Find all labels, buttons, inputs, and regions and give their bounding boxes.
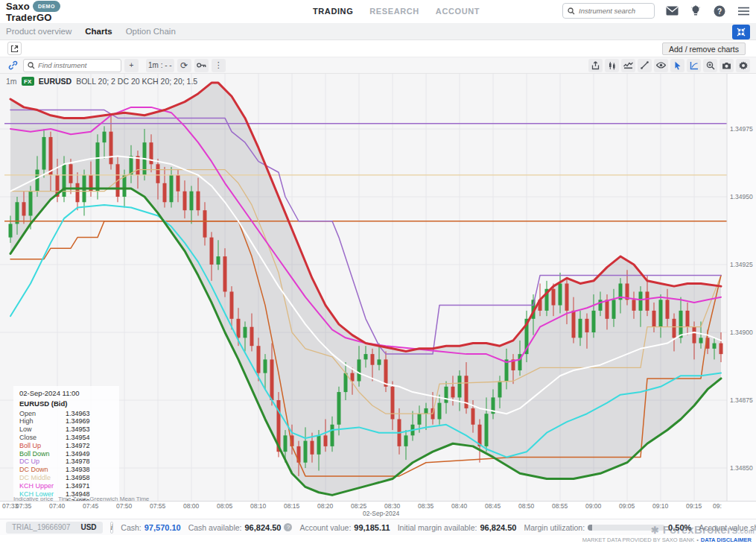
candle <box>270 359 274 400</box>
help-tooltip-icon[interactable]: ? <box>284 523 292 531</box>
ideas-icon[interactable] <box>689 4 702 18</box>
chart-type-icon[interactable] <box>605 59 619 72</box>
crosshair-mode-icon[interactable] <box>687 59 701 72</box>
candle <box>203 210 207 237</box>
pointer-icon[interactable] <box>670 59 684 72</box>
price-axis-label: 1.34900 <box>730 329 753 336</box>
initial-margin-item: Initial margin available: 96,824.50 <box>398 523 517 532</box>
search-icon <box>28 59 35 72</box>
candle <box>639 291 643 310</box>
time-axis-label: 08:20 <box>317 502 333 510</box>
find-instrument-input[interactable] <box>38 61 117 69</box>
top-nav: TRADING RESEARCH ACCOUNT <box>313 7 480 16</box>
share-icon[interactable] <box>588 59 603 72</box>
nav-trading[interactable]: TRADING <box>313 7 353 16</box>
popout-icon[interactable] <box>7 42 22 55</box>
price-chart[interactable]: 1.349751.349501.349251.349001.348751.348… <box>0 74 756 501</box>
chart-legend: 1m FX EURUSD BOLL 20; 2 DC 20 KCH 20; 20… <box>6 77 197 86</box>
more-options-icon[interactable]: ⋮ <box>212 59 226 72</box>
settings-gear-icon[interactable] <box>736 59 750 72</box>
time-axis-label: 08:40 <box>451 502 467 510</box>
time-axis-label: 09:00 <box>585 502 601 510</box>
search-icon <box>568 4 575 18</box>
time-axis-label: 09:15 <box>686 502 702 510</box>
data-disclaimer-link[interactable]: DATA DISCLAIMER <box>701 537 752 543</box>
link-chart-icon[interactable] <box>6 59 20 72</box>
market-data-note: MARKET DATA PROVIDED BY SAXO BANK <box>582 537 694 543</box>
camera-icon[interactable] <box>720 59 734 72</box>
account-selector[interactable]: TRIAL_19666907 USD <box>6 522 103 534</box>
time-axis-label: 07:55 <box>150 502 165 510</box>
time-axis[interactable]: 07:3307:3507:4007:4507:5007:5508:0008:05… <box>0 501 756 510</box>
candle <box>485 414 489 446</box>
margin-utilization-label: Margin utilization: <box>524 523 585 532</box>
mail-icon[interactable] <box>665 4 679 18</box>
zoom-icon[interactable] <box>703 59 717 72</box>
candle <box>63 164 66 197</box>
candle <box>384 359 388 386</box>
candle <box>244 327 247 338</box>
collapse-layout-button[interactable] <box>732 25 750 39</box>
chart-footnote: Indicative price Time Zone: Greenwich Me… <box>13 496 149 501</box>
time-axis-label: 08:30 <box>384 502 400 510</box>
add-remove-charts-button[interactable]: Add / remove charts <box>662 42 746 55</box>
account-info-button[interactable]: i <box>110 522 114 534</box>
candle <box>686 311 690 327</box>
indicators-icon[interactable] <box>621 59 635 72</box>
candle <box>324 435 328 446</box>
account-status-bar: TRIAL_19666907 USD i Cash: 97,570.10 Cas… <box>0 519 756 535</box>
initial-margin-value: 96,824.50 <box>480 523 516 532</box>
candle <box>183 192 187 210</box>
eye-icon[interactable] <box>654 59 668 72</box>
price-axis-label: 1.34950 <box>730 193 753 200</box>
candle <box>451 387 455 398</box>
candle <box>364 354 368 359</box>
candle <box>652 311 656 327</box>
tab-charts[interactable]: Charts <box>85 27 112 36</box>
candle <box>666 300 670 318</box>
info-row: Boll Down1.34949 <box>19 450 113 458</box>
tab-product-overview[interactable]: Product overview <box>6 27 72 36</box>
info-row: DC Up1.34978 <box>19 458 113 466</box>
chart-header-row: Add / remove charts <box>0 40 756 57</box>
candle <box>42 137 46 170</box>
refresh-icon[interactable]: ⟳ <box>177 59 191 72</box>
candle <box>217 256 220 265</box>
candle <box>659 300 663 326</box>
add-instrument-button[interactable]: + <box>124 59 139 72</box>
candle <box>606 300 609 318</box>
tab-option-chain[interactable]: Option Chain <box>126 27 176 36</box>
instrument-search[interactable] <box>562 3 655 19</box>
time-axis-label: 08:55 <box>552 502 568 510</box>
account-value-value: 99,185.11 <box>354 523 390 532</box>
candle <box>284 435 288 452</box>
help-icon[interactable]: ? <box>713 4 726 18</box>
candle <box>579 319 582 338</box>
demo-badge: DEMO <box>33 1 60 12</box>
account-currency: USD <box>80 523 96 531</box>
svg-text:?: ? <box>717 7 722 15</box>
top-bar: Saxo DEMO TraderGO TRADING RESEARCH ACCO… <box>0 0 756 23</box>
candle <box>378 359 381 364</box>
account-value-item: Account value: 99,185.11 <box>299 523 390 532</box>
candle <box>445 387 448 403</box>
nav-research[interactable]: RESEARCH <box>369 7 419 16</box>
nav-account[interactable]: ACCOUNT <box>436 7 480 16</box>
key-icon[interactable] <box>194 59 209 72</box>
account-value-label: Account value: <box>299 523 351 532</box>
time-axis-label: 07:40 <box>49 502 65 510</box>
legend-indicators[interactable]: BOLL 20; 2 DC 20 KCH 20; 20; 1.5 <box>76 77 197 86</box>
interval-button[interactable]: 1m : - - <box>146 59 174 72</box>
annotations-icon[interactable] <box>638 59 652 72</box>
find-instrument-box[interactable] <box>23 59 121 72</box>
menu-icon[interactable] <box>737 4 750 18</box>
legend-symbol[interactable]: EURUSD <box>39 77 72 86</box>
candle <box>592 311 596 332</box>
time-axis-label: 09:10 <box>652 502 668 510</box>
info-row: Low1.34953 <box>19 426 113 434</box>
instrument-search-input[interactable] <box>579 7 649 15</box>
candle <box>498 382 502 398</box>
candle <box>565 283 569 310</box>
candle <box>404 435 408 446</box>
price-axis-label: 1.34850 <box>730 464 753 472</box>
